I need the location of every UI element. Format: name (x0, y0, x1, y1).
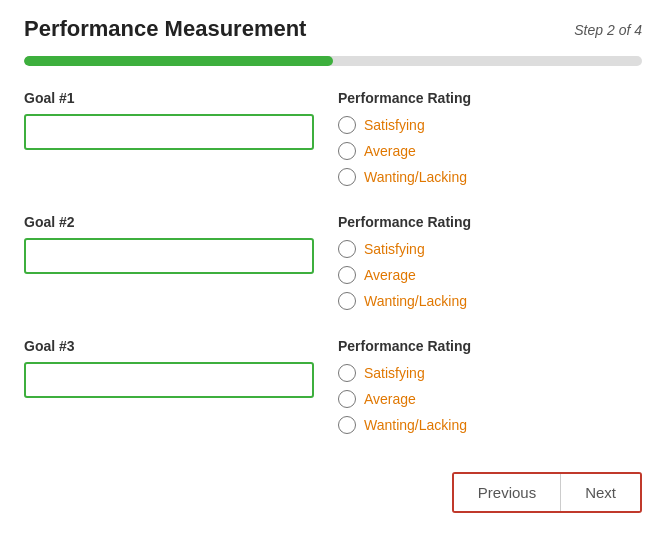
radio-3-2[interactable] (338, 390, 356, 408)
rating-label-2: Performance Rating (338, 214, 642, 230)
footer: Previous Next (24, 472, 642, 513)
radio-2-1[interactable] (338, 240, 356, 258)
radio-label-3-3: Wanting/Lacking (364, 417, 467, 433)
goal-input-1[interactable] (24, 114, 314, 150)
radio-option-1-2[interactable]: Average (338, 142, 642, 160)
radio-option-3-1[interactable]: Satisfying (338, 364, 642, 382)
radio-option-3-3[interactable]: Wanting/Lacking (338, 416, 642, 434)
radio-option-3-2[interactable]: Average (338, 390, 642, 408)
radio-3-3[interactable] (338, 416, 356, 434)
page-title: Performance Measurement (24, 16, 306, 42)
radio-1-1[interactable] (338, 116, 356, 134)
next-button[interactable]: Next (561, 474, 640, 511)
rating-label-3: Performance Rating (338, 338, 642, 354)
button-group: Previous Next (452, 472, 642, 513)
radio-option-1-3[interactable]: Wanting/Lacking (338, 168, 642, 186)
previous-button[interactable]: Previous (454, 474, 560, 511)
radio-option-2-3[interactable]: Wanting/Lacking (338, 292, 642, 310)
rating-label-1: Performance Rating (338, 90, 642, 106)
radio-label-3-2: Average (364, 391, 416, 407)
radio-option-1-1[interactable]: Satisfying (338, 116, 642, 134)
goals-container: Goal #1Performance RatingSatisfyingAvera… (24, 90, 642, 442)
radio-label-2-3: Wanting/Lacking (364, 293, 467, 309)
radio-option-2-2[interactable]: Average (338, 266, 642, 284)
goal-label-1: Goal #1 (24, 90, 314, 106)
goal-left-1: Goal #1 (24, 90, 314, 150)
goal-right-2: Performance RatingSatisfyingAverageWanti… (338, 214, 642, 318)
radio-label-1-1: Satisfying (364, 117, 425, 133)
radio-option-2-1[interactable]: Satisfying (338, 240, 642, 258)
radio-label-2-1: Satisfying (364, 241, 425, 257)
radio-1-2[interactable] (338, 142, 356, 160)
goal-left-2: Goal #2 (24, 214, 314, 274)
radio-label-2-2: Average (364, 267, 416, 283)
goal-row-1: Goal #1Performance RatingSatisfyingAvera… (24, 90, 642, 194)
radio-1-3[interactable] (338, 168, 356, 186)
radio-3-1[interactable] (338, 364, 356, 382)
goal-right-1: Performance RatingSatisfyingAverageWanti… (338, 90, 642, 194)
radio-2-3[interactable] (338, 292, 356, 310)
step-label: Step 2 of 4 (574, 22, 642, 38)
radio-label-1-3: Wanting/Lacking (364, 169, 467, 185)
goal-input-3[interactable] (24, 362, 314, 398)
goal-input-2[interactable] (24, 238, 314, 274)
goal-left-3: Goal #3 (24, 338, 314, 398)
goal-label-2: Goal #2 (24, 214, 314, 230)
page-header: Performance Measurement Step 2 of 4 (24, 16, 642, 42)
progress-bar-fill (24, 56, 333, 66)
goal-row-2: Goal #2Performance RatingSatisfyingAvera… (24, 214, 642, 318)
radio-2-2[interactable] (338, 266, 356, 284)
goal-row-3: Goal #3Performance RatingSatisfyingAvera… (24, 338, 642, 442)
goal-label-3: Goal #3 (24, 338, 314, 354)
progress-bar-container (24, 56, 642, 66)
goal-right-3: Performance RatingSatisfyingAverageWanti… (338, 338, 642, 442)
radio-label-3-1: Satisfying (364, 365, 425, 381)
radio-label-1-2: Average (364, 143, 416, 159)
